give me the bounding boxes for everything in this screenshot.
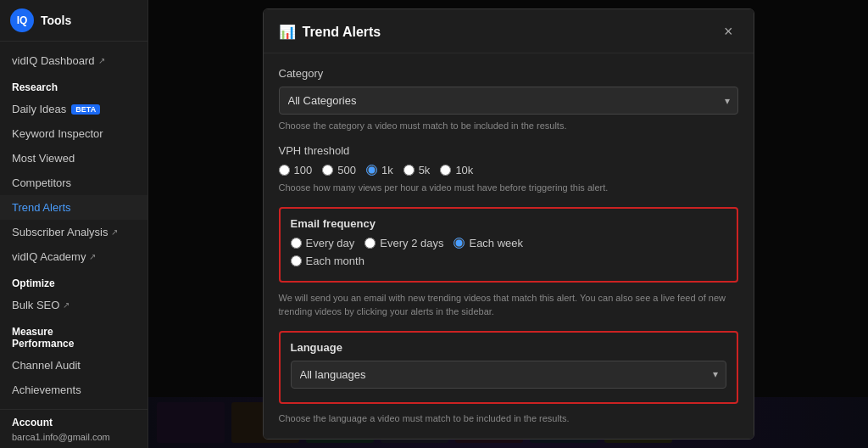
dialog-title-wrap: 📊 Trend Alerts xyxy=(279,24,381,41)
account-section-label: Account xyxy=(12,417,136,428)
email-option-everyday[interactable]: Every day xyxy=(291,237,355,249)
sidebar-nav: vidIQ Dashboard ↗ Research Daily Ideas B… xyxy=(0,42,147,409)
language-label: Language xyxy=(291,341,726,354)
sidebar-app-title: Tools xyxy=(41,14,71,27)
vph-radio-group: 100 500 1k 5k 10k xyxy=(279,164,738,176)
dialog-header: 📊 Trend Alerts × xyxy=(264,9,754,53)
dialog-close-button[interactable]: × xyxy=(719,21,738,42)
category-dropdown[interactable]: All Categories Gaming Music Education xyxy=(279,87,738,115)
sidebar-item-competitors[interactable]: Competitors xyxy=(0,171,147,195)
main-content: 📊 Trend Alerts × Category All Categories… xyxy=(148,0,868,448)
email-option-each-week[interactable]: Each week xyxy=(453,237,523,249)
sidebar-item-most-viewed[interactable]: Most Viewed xyxy=(0,146,147,171)
vph-label: VPH threshold xyxy=(279,144,738,157)
vph-hint: Choose how many views per hour a video m… xyxy=(279,182,738,194)
vph-option-500[interactable]: 500 xyxy=(322,164,356,176)
sidebar-header: IQ Tools xyxy=(0,0,147,42)
external-link-icon-acad: ↗ xyxy=(89,252,96,261)
email-radio-group: Every day Every 2 days Each week xyxy=(291,237,726,249)
external-link-icon-sub: ↗ xyxy=(111,227,118,237)
sidebar-item-dashboard[interactable]: vidIQ Dashboard ↗ xyxy=(0,48,147,73)
external-link-icon: ↗ xyxy=(98,56,105,65)
email-radio-group-2: Each month xyxy=(291,255,726,267)
sidebar-item-daily-ideas[interactable]: Daily Ideas BETA xyxy=(0,97,147,121)
beta-badge: BETA xyxy=(71,104,100,115)
email-frequency-box: Email frequency Every day Every 2 days E… xyxy=(279,207,738,283)
sidebar-item-trend-alerts[interactable]: Trend Alerts xyxy=(0,195,147,220)
email-option-each-month[interactable]: Each month xyxy=(291,255,364,267)
category-hint: Choose the category a video must match t… xyxy=(279,120,738,132)
dialog-body: Category All Categories Gaming Music Edu… xyxy=(264,53,754,440)
sidebar-bottom: Account barca1.info@gmail.com xyxy=(0,409,147,448)
language-box: Language All languages English Spanish F… xyxy=(279,331,738,404)
account-email: barca1.info@gmail.com xyxy=(12,432,136,442)
dialog-title: Trend Alerts xyxy=(303,25,381,40)
sidebar-logo: IQ xyxy=(10,8,34,32)
external-link-icon-seo: ↗ xyxy=(63,300,70,310)
email-option-every2days[interactable]: Every 2 days xyxy=(364,237,443,249)
sidebar-item-achievements[interactable]: Achievements xyxy=(0,378,147,402)
vph-option-10k[interactable]: 10k xyxy=(440,164,473,176)
sidebar-section-measure: MeasurePerformance xyxy=(0,317,147,353)
vph-option-5k[interactable]: 5k xyxy=(403,164,431,176)
trend-alerts-dialog: 📊 Trend Alerts × Category All Categories… xyxy=(263,8,754,440)
sidebar-item-bulk-seo[interactable]: Bulk SEO ↗ xyxy=(0,293,147,317)
language-dropdown[interactable]: All languages English Spanish French xyxy=(291,361,726,389)
language-hint: Choose the language a video must match t… xyxy=(279,412,738,425)
dialog-title-icon: 📊 xyxy=(279,24,296,41)
sidebar-item-channel-audit[interactable]: Channel Audit xyxy=(0,353,147,378)
language-select-wrapper: All languages English Spanish French ▾ xyxy=(291,361,726,389)
sidebar: IQ Tools vidIQ Dashboard ↗ Research Dail… xyxy=(0,0,148,448)
sidebar-item-keyword-inspector[interactable]: Keyword Inspector xyxy=(0,121,147,146)
email-info-text: We will send you an email with new trend… xyxy=(279,291,738,319)
vph-option-100[interactable]: 100 xyxy=(279,164,313,176)
category-label: Category xyxy=(279,67,738,80)
sidebar-section-optimize: Optimize xyxy=(0,269,147,293)
sidebar-item-subscriber-analysis[interactable]: Subscriber Analysis ↗ xyxy=(0,220,147,244)
sidebar-item-vidiq-academy[interactable]: vidIQ Academy ↗ xyxy=(0,244,147,269)
sidebar-section-research: Research xyxy=(0,73,147,97)
vph-option-1k[interactable]: 1k xyxy=(366,164,393,176)
category-select-wrapper: All Categories Gaming Music Education ▾ xyxy=(279,87,738,115)
email-frequency-label: Email frequency xyxy=(291,217,726,230)
dialog-overlay: 📊 Trend Alerts × Category All Categories… xyxy=(148,0,868,448)
